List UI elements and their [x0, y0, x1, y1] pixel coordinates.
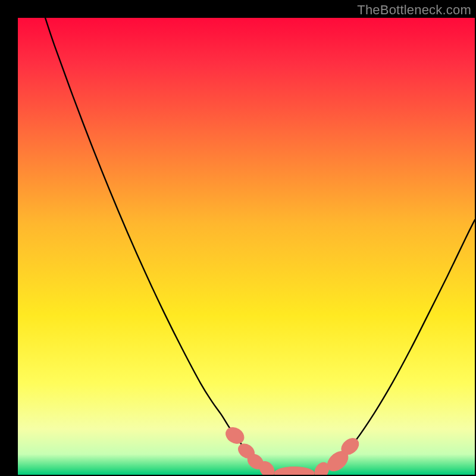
watermark-text: TheBottleneck.com — [357, 2, 471, 18]
chart-frame: TheBottleneck.com — [0, 0, 476, 476]
plot-background — [18, 18, 475, 475]
bottleneck-curve-plot — [18, 18, 475, 475]
